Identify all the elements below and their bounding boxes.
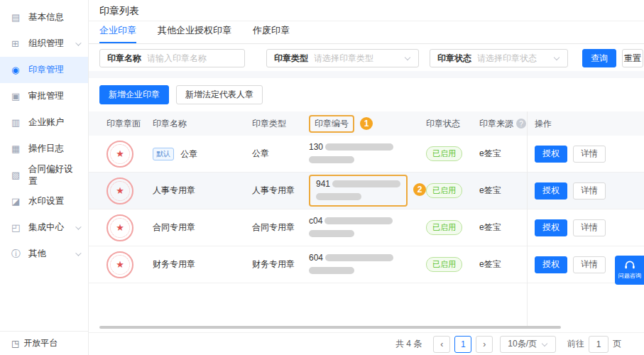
seal-number: 604 (309, 253, 393, 276)
sidebar-item-basic-info[interactable]: ▤ 基本信息 (0, 4, 88, 31)
seal-status-filter-label: 印章状态 (430, 53, 477, 65)
sidebar-item-other[interactable]: ⓘ 其他 (0, 241, 88, 267)
details-button[interactable]: 详情 (573, 219, 606, 236)
tab-enterprise-seals[interactable]: 企业印章 (99, 24, 136, 43)
chevron-down-icon (75, 224, 81, 229)
seal-status-select[interactable]: 请选择印章状态 (477, 53, 549, 65)
sidebar-item-org-management[interactable]: ⊞ 组织管理 (0, 31, 88, 57)
redacted-text (309, 230, 354, 237)
status-badge: 已启用 (426, 220, 462, 235)
table-row: ★ 合同专用章 合同专用章 c04 已启用 e签宝 授权 详情 (89, 209, 644, 246)
seal-number: c04 (309, 216, 393, 239)
sidebar-item-enterprise-account[interactable]: ▥ 企业账户 (0, 109, 88, 136)
redacted-text (316, 193, 361, 200)
col-seal-face: 印章章面 (99, 118, 146, 130)
prev-page-button[interactable]: ‹ (433, 336, 450, 353)
approval-icon: ▣ (11, 91, 24, 102)
goto-page-input[interactable] (589, 336, 608, 353)
redacted-text (309, 156, 354, 163)
contract-pref-icon: ▧ (11, 170, 24, 180)
sidebar-item-label: 企业账户 (28, 116, 64, 129)
seal-type: 公章 (245, 148, 302, 160)
authorize-button[interactable]: 授权 (535, 256, 567, 273)
sidebar-item-approval-management[interactable]: ▣ 审批管理 (0, 83, 88, 109)
sidebar-item-label: 集成中心 (28, 222, 64, 234)
add-enterprise-seal-button[interactable]: 新增企业印章 (99, 85, 169, 104)
sidebar-item-label: 水印设置 (28, 195, 64, 207)
col-seal-type: 印章类型 (245, 118, 302, 130)
reset-button[interactable]: 重置 (622, 49, 643, 67)
redacted-text (324, 217, 393, 224)
sidebar-item-label: 操作日志 (28, 143, 64, 155)
chevron-down-icon (542, 340, 547, 346)
authorize-button[interactable]: 授权 (535, 146, 567, 163)
sidebar-item-contract-preference[interactable]: ▧ 合同偏好设置 (0, 162, 88, 188)
col-seal-status: 印章状态 (419, 118, 472, 130)
log-icon: ▦ (11, 143, 24, 154)
star-icon: ★ (116, 186, 124, 195)
details-button[interactable]: 详情 (573, 256, 606, 273)
seal-type-filter[interactable]: 印章类型 请选择印章类型 (266, 49, 419, 67)
details-button[interactable]: 详情 (573, 146, 606, 163)
sidebar-item-label: 基本信息 (28, 11, 64, 23)
seal-image: ★ (107, 141, 133, 168)
tour-step-1-badge: 1 (360, 117, 373, 130)
horizontal-scrollbar[interactable] (99, 326, 561, 329)
chevron-down-icon (75, 250, 81, 256)
help-question-icon[interactable]: ? (516, 119, 526, 129)
add-legal-rep-seal-button[interactable]: 新增法定代表人章 (176, 85, 263, 104)
redacted-text (332, 180, 400, 187)
help-consult-label: 问题咨询 (618, 272, 640, 280)
seal-type: 合同专用章 (245, 222, 302, 234)
seal-image: ★ (107, 178, 133, 204)
tab-voided-seals[interactable]: 作废印章 (253, 24, 290, 43)
details-button[interactable]: 详情 (573, 182, 606, 200)
goto-label: 前往 (567, 338, 584, 350)
seal-management-page: ▤ 基本信息 ⊞ 组织管理 ◉ 印章管理 ▣ 审批管理 ▥ 企业账户 ▦ (0, 0, 644, 355)
section-divider (89, 71, 644, 78)
open-platform-icon: ◳ (11, 339, 19, 349)
page-number-1[interactable]: 1 (454, 336, 471, 353)
other-icon: ⓘ (11, 248, 24, 261)
authorize-button[interactable]: 授权 (535, 182, 567, 200)
seal-number: 130 (309, 142, 393, 165)
tab-authorized-seals[interactable]: 其他企业授权印章 (158, 24, 231, 43)
star-icon: ★ (116, 260, 124, 269)
sidebar-item-watermark-settings[interactable]: ◪ 水印设置 (0, 188, 88, 214)
open-platform-link[interactable]: ◳ 开放平台 (0, 331, 88, 355)
seal-icon: ◉ (11, 65, 24, 75)
integration-icon: ◰ (11, 222, 24, 233)
seal-status-filter[interactable]: 印章状态 请选择印章状态 (430, 49, 568, 67)
table-row: ★ 默认 公章 公章 130 已启用 e签宝 授权 详情 (89, 136, 644, 173)
next-page-button[interactable]: › (476, 336, 493, 353)
seal-source: e签宝 (472, 222, 528, 234)
seal-type-select[interactable]: 请选择印章类型 (314, 53, 400, 65)
seal-name-input[interactable] (147, 53, 244, 63)
org-icon: ⊞ (11, 38, 24, 49)
sidebar-item-integration-center[interactable]: ◰ 集成中心 (0, 214, 88, 241)
page-title: 印章列表 (89, 0, 644, 21)
seal-table: 印章章面 印章名称 印章类型 印章编号 1 印章状态 印章来源 ? 操作 ★ (89, 111, 644, 283)
sidebar-menu: ▤ 基本信息 ⊞ 组织管理 ◉ 印章管理 ▣ 审批管理 ▥ 企业账户 ▦ (0, 0, 88, 267)
sidebar-item-label: 合同偏好设置 (28, 163, 80, 187)
search-button[interactable]: 查询 (582, 49, 616, 67)
seal-name: 财务专用章 (153, 259, 195, 269)
sidebar-item-operation-log[interactable]: ▦ 操作日志 (0, 136, 88, 162)
authorize-button[interactable]: 授权 (535, 219, 567, 236)
seal-name-filter: 印章名称 (99, 49, 245, 67)
status-badge: 已启用 (426, 146, 462, 161)
sidebar: ▤ 基本信息 ⊞ 组织管理 ◉ 印章管理 ▣ 审批管理 ▥ 企业账户 ▦ (0, 0, 89, 355)
tab-bar: 企业印章 其他企业授权印章 作废印章 (89, 21, 644, 44)
tour-step-2-badge: 2 (413, 183, 426, 196)
seal-type-filter-label: 印章类型 (267, 53, 314, 65)
tour-highlight-seal-number-cell: 941 2 (309, 175, 408, 207)
help-consult-button[interactable]: 问题咨询 (615, 256, 644, 285)
default-badge: 默认 (153, 148, 174, 160)
sidebar-item-seal-management[interactable]: ◉ 印章管理 (0, 57, 88, 83)
watermark-icon: ◪ (11, 196, 24, 207)
page-size-select[interactable]: 10条/页 (500, 336, 556, 353)
col-seal-source: 印章来源 ? (472, 118, 528, 130)
filter-bar: 印章名称 印章类型 请选择印章类型 印章状态 请选择印章状态 查询 重置 (89, 44, 644, 71)
sidebar-item-label: 其他 (28, 248, 46, 260)
chevron-down-icon (75, 40, 81, 45)
